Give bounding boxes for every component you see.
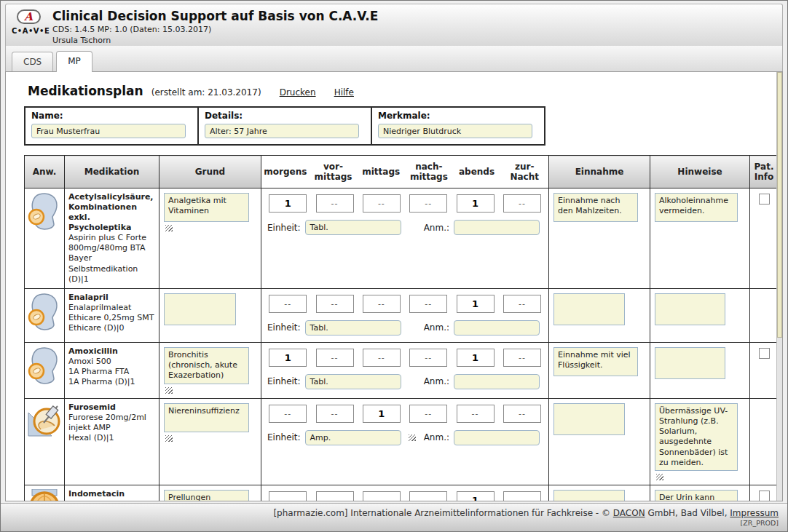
einnahme-textarea[interactable]: [553, 490, 625, 501]
dose-input-mittags[interactable]: 1: [363, 405, 401, 423]
dose-input-nachmittags[interactable]: --: [409, 405, 447, 423]
anm-input[interactable]: [454, 320, 540, 336]
einnahme-textarea[interactable]: Einnahme mit viel Flüssigkeit.: [553, 347, 638, 376]
patient-merkmale-section: Merkmale: Niedriger Blutdruck: [372, 108, 544, 144]
einnahme-textarea[interactable]: [553, 403, 625, 435]
grund-textarea[interactable]: Bronchitis (chronisch, akute Exazerbatio…: [164, 347, 249, 384]
resize-grip-icon[interactable]: [165, 225, 173, 231]
dose-input-mittags[interactable]: --: [363, 491, 401, 501]
app-header: A C•A•V•E Clinical Decision Support auf …: [5, 4, 783, 46]
medication-row: Acetylsalicylsäure, Kombinationen exkl. …: [25, 188, 779, 289]
dose-input-nachmittags[interactable]: --: [409, 349, 447, 367]
resize-grip-icon[interactable]: [165, 435, 173, 442]
impressum-link[interactable]: Impressum: [730, 508, 779, 518]
dacon-link[interactable]: DACON: [613, 508, 645, 518]
column-header-patinfo: Pat. Info: [750, 156, 779, 188]
dose-input-vormittags[interactable]: --: [316, 295, 354, 313]
einnahme-textarea[interactable]: [553, 293, 625, 325]
app-title: Clinical Decision Support auf Basis von …: [52, 9, 378, 23]
scrollbar-thumb[interactable]: [777, 72, 782, 338]
einheit-input[interactable]: Tabl.: [305, 374, 401, 389]
hinweise-textarea[interactable]: Der Urin kann verfärbt werden.: [655, 490, 738, 501]
dose-input-morgens[interactable]: --: [269, 405, 307, 423]
dose-input-nachmittags[interactable]: --: [409, 295, 447, 313]
name-input[interactable]: Frau Musterfrau: [31, 124, 186, 138]
medication-detail: Furorese 20mg/2ml: [68, 413, 155, 423]
dose-input-abends[interactable]: 1: [457, 194, 495, 213]
dose-input-morgens[interactable]: 1: [269, 194, 307, 213]
merkmale-input[interactable]: Niedriger Blutdruck: [378, 124, 532, 138]
grund-cell: [159, 288, 261, 342]
pat-info-checkbox[interactable]: [759, 491, 770, 501]
dose-input-morgens[interactable]: 1: [269, 349, 307, 367]
dose-input-zurnacht[interactable]: --: [503, 349, 541, 367]
pat-info-checkbox[interactable]: [759, 194, 770, 205]
dose-input-abends[interactable]: --: [457, 405, 495, 423]
merkmale-label: Merkmale:: [378, 111, 538, 121]
dose-input-morgens[interactable]: --: [269, 295, 307, 313]
hinweise-textarea[interactable]: Übermässige UV-Strahlung (z.B. Solarium,…: [655, 403, 738, 472]
resize-grip-icon[interactable]: [656, 474, 663, 480]
dose-input-morgens[interactable]: --: [269, 491, 307, 501]
footer-text: [pharmazie.com] Internationale Arzneimit…: [9, 508, 779, 518]
dose-input-zurnacht[interactable]: --: [503, 491, 541, 501]
medication-row: EnalaprilEnalaprilmaleatEthicare 0,25mg …: [25, 288, 779, 342]
grund-textarea[interactable]: [164, 293, 236, 325]
resize-grip-icon[interactable]: [409, 434, 416, 441]
medication-name: Enalapril: [68, 293, 155, 303]
dosing-cell: ----1------Einheit:Amp.Anm.:: [261, 398, 549, 485]
anm-input[interactable]: [454, 374, 540, 389]
hilfe-link[interactable]: Hilfe: [334, 87, 354, 98]
anwendung-cell: [25, 342, 65, 398]
dose-input-vormittags[interactable]: --: [316, 349, 354, 367]
medication-cell: IndometacinInflam 100mg SupposSUPZentiva…: [65, 485, 159, 501]
dose-input-vormittags[interactable]: --: [316, 405, 354, 423]
tab-mp[interactable]: MP: [56, 51, 92, 72]
grund-textarea[interactable]: Analgetika mit Vitaminen: [164, 193, 249, 222]
drucken-link[interactable]: Drucken: [280, 87, 316, 98]
medication-detail: Ethicare (D)|0: [68, 323, 155, 333]
anwendung-cell: [25, 485, 65, 501]
resize-grip-icon[interactable]: [165, 387, 173, 394]
einheit-input[interactable]: Tabl.: [305, 220, 401, 235]
hinweise-textarea[interactable]: Alkoholeinnahme vermeiden.: [655, 193, 738, 222]
medication-table: Anw.MedikationGrundmorgensvor- mittagsmi…: [24, 155, 779, 501]
tab-cds[interactable]: CDS: [12, 52, 53, 71]
anm-label: Anm.:: [424, 223, 449, 233]
dose-input-mittags[interactable]: --: [363, 295, 401, 313]
scrollbar[interactable]: [776, 72, 782, 501]
anm-input[interactable]: [454, 430, 540, 445]
dose-input-vormittags[interactable]: --: [316, 491, 354, 501]
pat-info-checkbox[interactable]: [759, 348, 770, 359]
pat-info-cell: [750, 342, 779, 398]
einnahme-cell: Einnahme mit viel Flüssigkeit.: [549, 342, 650, 398]
einheit-input[interactable]: Tabl.: [305, 320, 401, 336]
cave-brand-text: C•A•V•E: [12, 27, 45, 35]
grund-textarea[interactable]: Prellungen: [164, 490, 249, 501]
einheit-input[interactable]: Amp.: [305, 430, 401, 445]
einnahme-textarea[interactable]: Einnahme nach den Mahlzeiten.: [553, 193, 638, 222]
dose-input-abends[interactable]: 1: [457, 349, 495, 367]
hinweise-textarea[interactable]: [655, 347, 725, 379]
dose-input-mittags[interactable]: --: [363, 194, 401, 213]
einheit-label: Einheit:: [267, 223, 301, 233]
anm-input[interactable]: [454, 220, 540, 235]
name-label: Name:: [31, 111, 192, 121]
dose-input-zurnacht[interactable]: --: [503, 405, 541, 423]
grund-textarea[interactable]: Niereninsuffizienz: [164, 403, 249, 432]
dose-input-abends[interactable]: 1: [457, 295, 495, 313]
dose-input-abends[interactable]: 1: [457, 491, 495, 501]
dose-input-nachmittags[interactable]: --: [409, 194, 447, 213]
footer-mid: GmbH, Bad Vilbel,: [645, 508, 730, 518]
patient-details-section: Details: Alter: 57 Jahre: [199, 108, 372, 144]
dose-input-vormittags[interactable]: --: [316, 194, 354, 213]
dose-input-zurnacht[interactable]: --: [503, 194, 541, 213]
details-input[interactable]: Alter: 57 Jahre: [205, 124, 359, 138]
hinweise-cell: Alkoholeinnahme vermeiden.: [650, 188, 750, 289]
dose-input-mittags[interactable]: --: [363, 349, 401, 367]
patient-name-section: Name: Frau Musterfrau: [25, 108, 199, 144]
hinweise-textarea[interactable]: [655, 293, 725, 325]
dose-input-zurnacht[interactable]: --: [503, 295, 541, 313]
tab-bar: CDS MP: [5, 46, 783, 71]
dose-input-nachmittags[interactable]: --: [409, 491, 447, 501]
